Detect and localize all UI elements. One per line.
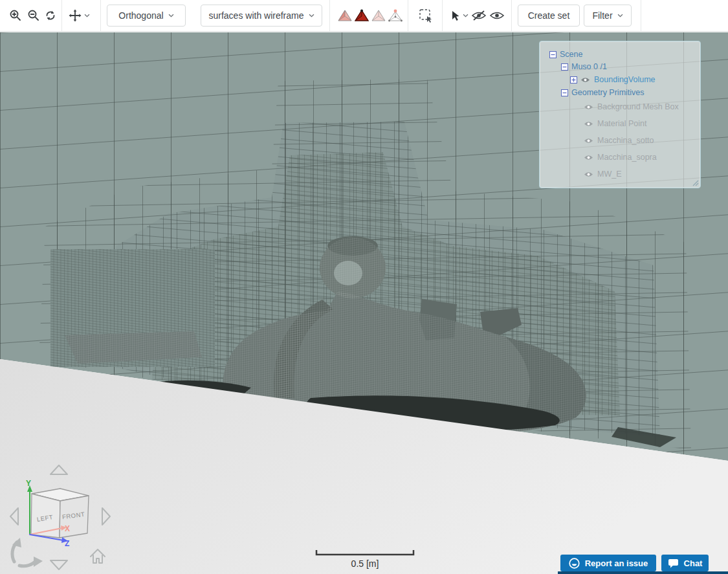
tree-item-label: Macchina_sopra: [597, 153, 657, 162]
tree-item-scene[interactable]: Scene: [540, 48, 700, 61]
tree-item-label: BoundingVolume: [594, 75, 656, 84]
chevron-down-icon: [309, 14, 314, 17]
projection-dropdown-value: Orthogonal: [118, 10, 163, 21]
create-set-label: Create set: [528, 10, 570, 21]
pan-tool-button[interactable]: [66, 6, 92, 25]
collapse-icon[interactable]: [561, 63, 568, 71]
axis-x-label: X: [65, 524, 70, 533]
tree-item-label: MW_E: [597, 170, 622, 179]
tree-item-material-point[interactable]: Material Point: [540, 117, 700, 130]
tree-item-label: Scene: [560, 50, 582, 59]
application-window: LEFT FRONT Y X Z 0.5 [m]: [0, 0, 728, 574]
render-mode-dropdown[interactable]: surfaces with wireframe: [201, 5, 322, 27]
tetrahedron-vertex-dot-icon: [388, 9, 403, 22]
pan-move-icon: [69, 9, 82, 22]
magnifier-plus-icon: [9, 9, 22, 22]
refresh-button[interactable]: [43, 6, 58, 25]
main-toolbar: Orthogonal surfaces with wireframe: [0, 0, 728, 32]
mesh-quality-vertex-button[interactable]: [388, 6, 403, 25]
hide-selection-button[interactable]: [470, 6, 488, 25]
chevron-down-icon: [84, 14, 90, 17]
tree-item-background-mesh-box[interactable]: Background Mesh Box: [540, 100, 700, 113]
eye-icon[interactable]: [584, 104, 593, 111]
tetrahedron-pale-icon: [371, 9, 386, 22]
eye-icon[interactable]: [580, 76, 590, 83]
panel-resize-handle[interactable]: [692, 179, 699, 186]
tree-item-muso[interactable]: Muso 0 /1: [540, 60, 700, 73]
tree-item-geometry-primitives[interactable]: Geometry Primitives: [540, 86, 700, 99]
report-issue-button[interactable]: Report an issue: [560, 555, 656, 571]
tree-item-mw-e[interactable]: MW_E: [540, 168, 700, 181]
magnifier-minus-icon: [27, 9, 40, 22]
chat-button[interactable]: Chat: [661, 555, 709, 571]
create-set-button[interactable]: Create set: [518, 5, 580, 27]
feedback-smiley-icon: [569, 558, 580, 569]
eye-icon[interactable]: [584, 171, 593, 178]
tree-item-label: Geometry Primitives: [571, 88, 645, 97]
pick-tool-button[interactable]: [448, 6, 471, 25]
scale-bar-label: 0.5 [m]: [351, 558, 379, 569]
render-mode-dropdown-value: surfaces with wireframe: [208, 10, 303, 21]
filter-label: Filter: [592, 10, 612, 21]
axis-y-label: Y: [26, 479, 31, 488]
mesh-quality-pale-button[interactable]: [371, 6, 386, 25]
tree-item-macchina-sopra[interactable]: Macchina_sopra: [540, 151, 700, 164]
eye-icon[interactable]: [584, 120, 593, 127]
expand-icon[interactable]: [570, 76, 577, 83]
cursor-arrow-icon: [451, 10, 460, 21]
chevron-down-icon: [168, 14, 174, 17]
tree-item-label: Muso 0 /1: [571, 62, 607, 71]
tree-item-label: Macchina_sotto: [597, 136, 654, 145]
eye-icon: [489, 10, 505, 21]
mesh-quality-salmon-button[interactable]: [337, 6, 353, 25]
chevron-down-icon: [463, 14, 469, 17]
tetrahedron-dark-red-icon: [355, 9, 369, 22]
axis-z-label: Z: [65, 539, 69, 548]
zoom-in-button[interactable]: [8, 6, 23, 25]
tree-item-macchina-sotto[interactable]: Macchina_sotto: [540, 134, 700, 147]
tetrahedron-salmon-icon: [338, 9, 352, 22]
eye-icon[interactable]: [584, 154, 593, 161]
tree-item-label: Material Point: [597, 119, 646, 128]
marquee-select-icon: [419, 8, 433, 23]
scene-tree-panel: Scene Muso 0 /1 BoundingVolume Geometry: [539, 41, 701, 188]
projection-dropdown[interactable]: Orthogonal: [107, 5, 186, 27]
chat-bubble-icon: [668, 558, 679, 568]
footer-strip: [558, 571, 728, 574]
eye-icon[interactable]: [584, 137, 593, 144]
eye-slash-icon: [471, 10, 487, 21]
refresh-icon: [44, 9, 57, 22]
box-select-button[interactable]: [416, 6, 436, 25]
tree-item-label: Background Mesh Box: [597, 102, 679, 111]
collapse-icon[interactable]: [561, 89, 568, 96]
chevron-down-icon: [617, 14, 623, 17]
zoom-out-button[interactable]: [26, 6, 41, 25]
show-selection-button[interactable]: [488, 6, 506, 25]
chat-label: Chat: [684, 558, 703, 568]
tree-item-boundingvolume[interactable]: BoundingVolume: [540, 73, 700, 86]
refinement-box-mesh: [50, 249, 215, 367]
filter-dropdown[interactable]: Filter: [584, 5, 632, 27]
report-issue-label: Report an issue: [585, 558, 648, 568]
mesh-quality-dark-red-button[interactable]: [354, 6, 370, 25]
collapse-icon[interactable]: [549, 51, 557, 58]
orientation-cube[interactable]: LEFT FRONT: [31, 489, 89, 538]
